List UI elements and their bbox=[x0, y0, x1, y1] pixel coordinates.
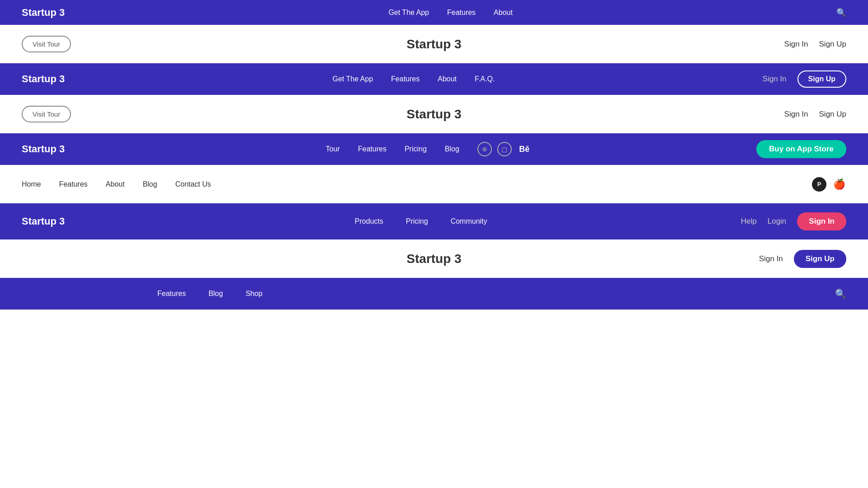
nav-features-3[interactable]: Features bbox=[391, 75, 420, 83]
nav-pricing-7[interactable]: Pricing bbox=[406, 217, 428, 225]
stripe-8: Startup 3 Sign In Sign Up bbox=[0, 239, 868, 278]
sign-up-btn-3[interactable]: Sign Up bbox=[797, 70, 846, 88]
search-icon-1[interactable]: 🔍 bbox=[836, 8, 846, 18]
search-btn-9[interactable]: 🔍 bbox=[835, 288, 846, 299]
nav-about-1[interactable]: About bbox=[494, 9, 513, 17]
social-icons-5: ⊕ ◻ Bē bbox=[477, 142, 532, 156]
nav-blog-9[interactable]: Blog bbox=[208, 290, 223, 298]
nav-about-3[interactable]: About bbox=[438, 75, 457, 83]
producthunt-icon[interactable]: P bbox=[812, 177, 826, 192]
buy-app-store-btn[interactable]: Buy on App Store bbox=[756, 140, 846, 158]
nav-blog-5[interactable]: Blog bbox=[445, 145, 459, 153]
nav-9: Features Blog Shop bbox=[157, 290, 263, 298]
right-actions-1: 🔍 bbox=[836, 8, 846, 18]
nav-faq-3[interactable]: F.A.Q. bbox=[475, 75, 495, 83]
navbar-5: Startup 3 Tour Features Pricing Blog ⊕ ◻… bbox=[0, 133, 868, 165]
help-link-7[interactable]: Help bbox=[741, 217, 757, 226]
logo-3: Startup 3 bbox=[22, 73, 65, 85]
visit-tour-btn-1[interactable]: Visit Tour bbox=[22, 36, 71, 52]
nav-5: Tour Features Pricing Blog bbox=[326, 145, 459, 153]
auth-links-1: Sign In Sign Up bbox=[784, 40, 846, 49]
sign-up-link-4[interactable]: Sign Up bbox=[819, 110, 846, 119]
nav-1: Get The App Features About bbox=[388, 9, 513, 17]
nav-about-6[interactable]: About bbox=[106, 180, 125, 188]
logo-5: Startup 3 bbox=[22, 143, 65, 155]
navbar-7: Startup 3 Products Pricing Community Hel… bbox=[0, 203, 868, 239]
navbar-3: Startup 3 Get The App Features About F.A… bbox=[0, 63, 868, 95]
auth-links-8: Sign In Sign Up bbox=[759, 250, 846, 268]
page-title-1: Startup 3 bbox=[406, 37, 461, 52]
nav-get-app-3[interactable]: Get The App bbox=[333, 75, 373, 83]
stripe-2: Visit Tour Startup 3 Sign In Sign Up bbox=[0, 25, 868, 63]
social-icons-6: P 🍎 bbox=[812, 177, 846, 192]
nav-features-9[interactable]: Features bbox=[157, 290, 186, 298]
navbar-9: Features Blog Shop 🔍 bbox=[0, 278, 868, 310]
nav-features-6[interactable]: Features bbox=[59, 180, 88, 188]
visit-tour-btn-2[interactable]: Visit Tour bbox=[22, 106, 71, 122]
instagram-icon[interactable]: ◻ bbox=[497, 142, 512, 156]
sign-in-link-3[interactable]: Sign In bbox=[763, 75, 787, 84]
nav-7: Products Pricing Community bbox=[355, 217, 487, 225]
nav-features-5[interactable]: Features bbox=[358, 145, 387, 153]
sign-in-link-1[interactable]: Sign In bbox=[784, 40, 808, 49]
sign-in-btn-7[interactable]: Sign In bbox=[797, 212, 846, 230]
sign-in-link-8[interactable]: Sign In bbox=[759, 254, 783, 263]
nav-home-6[interactable]: Home bbox=[22, 180, 41, 188]
behance-icon[interactable]: Bē bbox=[517, 142, 532, 156]
nav-get-app-1[interactable]: Get The App bbox=[388, 9, 429, 17]
nav-6: Home Features About Blog Contact Us bbox=[22, 180, 211, 188]
nav-blog-6[interactable]: Blog bbox=[143, 180, 157, 188]
stripe-6: Home Features About Blog Contact Us P 🍎 bbox=[0, 165, 868, 203]
nav-shop-9[interactable]: Shop bbox=[245, 290, 262, 298]
logo-1: Startup 3 bbox=[22, 7, 65, 19]
navbar-1: Startup 3 Get The App Features About 🔍 bbox=[0, 0, 868, 25]
auth-links-4: Sign In Sign Up bbox=[784, 110, 846, 119]
right-actions-5: Buy on App Store bbox=[756, 140, 846, 158]
nav-community-7[interactable]: Community bbox=[451, 217, 487, 225]
logo-7: Startup 3 bbox=[22, 216, 65, 227]
auth-links-3: Sign In Sign Up bbox=[763, 70, 846, 88]
nav-tour-5[interactable]: Tour bbox=[326, 145, 340, 153]
stripe-4: Visit Tour Startup 3 Sign In Sign Up bbox=[0, 95, 868, 133]
auth-links-7: Help Login Sign In bbox=[741, 212, 846, 230]
login-link-7[interactable]: Login bbox=[768, 217, 787, 226]
sign-up-link-1[interactable]: Sign Up bbox=[819, 40, 846, 49]
apple-icon[interactable]: 🍎 bbox=[832, 177, 846, 192]
sign-up-btn-8[interactable]: Sign Up bbox=[794, 250, 846, 268]
nav-3: Get The App Features About F.A.Q. bbox=[333, 75, 495, 83]
nav-features-1[interactable]: Features bbox=[447, 9, 476, 17]
nav-products-7[interactable]: Products bbox=[355, 217, 383, 225]
nav-contact-6[interactable]: Contact Us bbox=[175, 180, 211, 188]
sign-in-link-4[interactable]: Sign In bbox=[784, 110, 808, 119]
page-title-2: Startup 3 bbox=[406, 107, 461, 122]
nav-pricing-5[interactable]: Pricing bbox=[405, 145, 427, 153]
page-title-8: Startup 3 bbox=[406, 252, 461, 266]
dribbble-icon[interactable]: ⊕ bbox=[477, 142, 492, 156]
